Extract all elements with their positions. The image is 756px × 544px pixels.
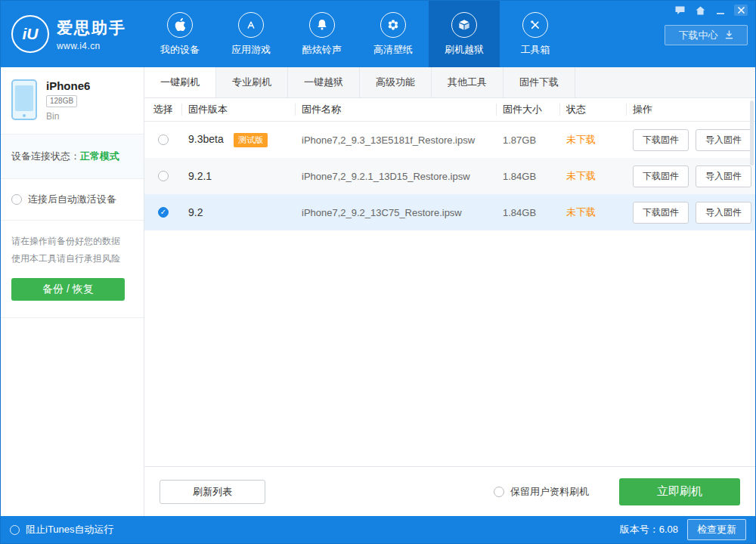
tab-pro-flash[interactable]: 专业刷机 xyxy=(216,67,288,97)
chat-icon[interactable] xyxy=(673,5,686,16)
tab-bar: 一键刷机 专业刷机 一键越狱 高级功能 其他工具 固件下载 xyxy=(144,67,755,98)
table-header: 选择 固件版本 固件名称 固件大小 状态 操作 xyxy=(144,98,755,122)
window-controls xyxy=(673,5,748,16)
apple-icon xyxy=(167,12,193,38)
firmware-row: 9.3beta 测试版 iPhone7,2_9.3_13E5181f_Resto… xyxy=(144,122,755,158)
firmware-radio[interactable] xyxy=(158,134,169,145)
backup-restore-button[interactable]: 备份 / 恢复 xyxy=(11,278,125,301)
keep-user-data-radio[interactable] xyxy=(494,487,504,497)
device-card: iPhone6 128GB Bin xyxy=(1,67,144,134)
row-version-cell: 9.3beta 测试版 xyxy=(182,133,296,147)
auto-activate-option[interactable]: 连接后自动激活设备 xyxy=(1,179,144,221)
col-header-select: 选择 xyxy=(144,104,182,116)
scrollbar-thumb[interactable] xyxy=(750,100,754,165)
app-window: iU 爱思助手 www.i4.cn 我的设备 应用游戏 xyxy=(0,0,756,544)
import-firmware-button[interactable]: 导入固件 xyxy=(696,202,751,224)
col-header-filename: 固件名称 xyxy=(296,104,497,116)
import-firmware-button[interactable]: 导入固件 xyxy=(696,165,751,187)
tab-one-click-flash[interactable]: 一键刷机 xyxy=(144,67,216,97)
firmware-version: 9.2 xyxy=(188,206,203,218)
keep-user-data-option[interactable]: 保留用户资料刷机 xyxy=(494,485,589,499)
iphone-icon xyxy=(11,79,37,120)
import-firmware-button[interactable]: 导入固件 xyxy=(696,129,751,151)
firmware-filename: iPhone7,2_9.3_13E5181f_Restore.ipsw xyxy=(296,134,497,146)
home-icon[interactable] xyxy=(693,5,707,16)
bell-icon xyxy=(309,12,335,38)
warning-line-2: 使用本工具请自行承担风险 xyxy=(11,250,133,267)
tools-icon xyxy=(522,12,548,38)
auto-activate-label: 连接后自动激活设备 xyxy=(28,193,116,206)
device-name: iPhone6 xyxy=(46,79,90,92)
main-nav: 我的设备 应用游戏 酷炫铃声 高清壁纸 xyxy=(144,1,571,67)
tab-one-click-jailbreak[interactable]: 一键越狱 xyxy=(288,67,360,97)
app-url: www.i4.cn xyxy=(57,41,126,51)
statusbar-right: 版本号：6.08 检查更新 xyxy=(620,519,746,540)
tab-advanced-features[interactable]: 高级功能 xyxy=(360,67,432,97)
tab-other-tools[interactable]: 其他工具 xyxy=(432,67,503,97)
device-owner: Bin xyxy=(46,111,90,122)
nav-item-flash-jailbreak[interactable]: 刷机越狱 xyxy=(429,1,500,67)
appstore-icon xyxy=(238,12,264,38)
download-firmware-button[interactable]: 下载固件 xyxy=(633,202,689,224)
nav-item-my-devices[interactable]: 我的设备 xyxy=(144,1,215,67)
nav-label: 酷炫铃声 xyxy=(302,43,342,57)
auto-activate-radio[interactable] xyxy=(11,194,22,205)
close-icon[interactable] xyxy=(734,5,748,16)
download-center-button[interactable]: 下载中心 xyxy=(665,25,748,45)
firmware-status: 未下载 xyxy=(560,206,627,219)
col-header-actions: 操作 xyxy=(627,104,755,116)
nav-label: 应用游戏 xyxy=(231,43,271,57)
nav-label: 刷机越狱 xyxy=(445,43,484,57)
device-capacity-badge: 128GB xyxy=(46,95,77,107)
row-actions: 下载固件 导入固件 xyxy=(627,202,755,224)
content-panel: 一键刷机 专业刷机 一键越狱 高级功能 其他工具 固件下载 选择 固件版本 固件… xyxy=(144,67,755,516)
row-select-cell xyxy=(144,171,182,181)
col-header-size: 固件大小 xyxy=(497,104,560,116)
row-version-cell: 9.2 xyxy=(182,206,296,218)
firmware-status: 未下载 xyxy=(560,133,627,147)
download-firmware-button[interactable]: 下载固件 xyxy=(633,165,689,187)
firmware-version: 9.2.1 xyxy=(188,170,212,182)
firmware-radio[interactable] xyxy=(158,171,169,181)
wallpaper-icon xyxy=(380,12,406,38)
nav-item-toolbox[interactable]: 工具箱 xyxy=(500,1,571,67)
firmware-size: 1.84GB xyxy=(497,171,560,182)
minimize-icon[interactable] xyxy=(714,5,727,16)
status-bar: 阻止iTunes自动运行 版本号：6.08 检查更新 xyxy=(1,516,755,543)
firmware-size: 1.87GB xyxy=(497,134,560,146)
col-header-status: 状态 xyxy=(560,104,627,116)
brand-text: 爱思助手 www.i4.cn xyxy=(57,17,126,51)
download-firmware-button[interactable]: 下载固件 xyxy=(633,129,689,151)
check-update-button[interactable]: 检查更新 xyxy=(687,519,746,540)
block-itunes-option[interactable]: 阻止iTunes自动运行 xyxy=(10,523,114,536)
download-arrow-icon xyxy=(724,29,734,42)
firmware-row-selected: ✓ 9.2 iPhone7,2_9.2_13C75_Restore.ipsw 1… xyxy=(144,194,755,230)
firmware-version: 9.3beta xyxy=(188,133,224,145)
nav-label: 我的设备 xyxy=(160,43,200,57)
connection-status: 设备连接状态：正常模式 xyxy=(1,134,144,179)
col-header-version: 固件版本 xyxy=(182,104,296,116)
main-area: iPhone6 128GB Bin 设备连接状态：正常模式 连接后自动激活设备 … xyxy=(1,67,755,516)
beta-badge: 测试版 xyxy=(234,133,268,147)
connection-status-label: 设备连接状态： xyxy=(11,150,80,162)
tab-firmware-download[interactable]: 固件下载 xyxy=(503,67,575,97)
row-actions: 下载固件 导入固件 xyxy=(627,165,755,187)
content-empty-area xyxy=(144,230,755,466)
brand: iU 爱思助手 www.i4.cn xyxy=(1,1,144,67)
nav-item-ringtones[interactable]: 酷炫铃声 xyxy=(287,1,358,67)
package-icon xyxy=(451,12,477,38)
sidebar: iPhone6 128GB Bin 设备连接状态：正常模式 连接后自动激活设备 … xyxy=(1,67,144,516)
nav-label: 高清壁纸 xyxy=(373,43,413,57)
device-meta: iPhone6 128GB Bin xyxy=(46,79,90,122)
nav-item-apps-games[interactable]: 应用游戏 xyxy=(215,1,287,67)
topbar-right: 下载中心 xyxy=(665,5,748,45)
block-itunes-radio[interactable] xyxy=(10,525,20,535)
nav-item-wallpapers[interactable]: 高清壁纸 xyxy=(358,1,429,67)
firmware-radio-checked[interactable]: ✓ xyxy=(158,207,169,218)
action-footer: 刷新列表 保留用户资料刷机 立即刷机 xyxy=(144,466,755,516)
refresh-list-button[interactable]: 刷新列表 xyxy=(160,480,265,504)
download-center-label: 下载中心 xyxy=(679,29,718,42)
flash-now-button[interactable]: 立即刷机 xyxy=(619,478,740,505)
firmware-filename: iPhone7,2_9.2.1_13D15_Restore.ipsw xyxy=(296,171,497,182)
logo-text: iU xyxy=(23,25,39,43)
